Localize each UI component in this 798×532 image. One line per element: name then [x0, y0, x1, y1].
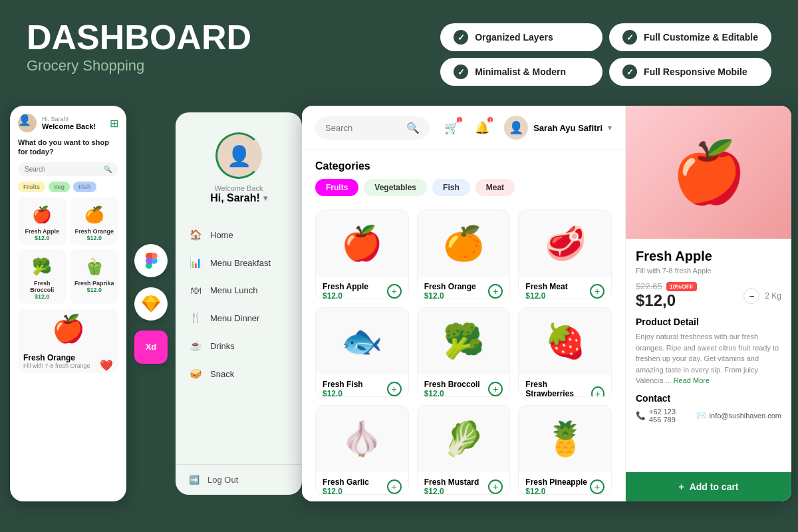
product-price: $12.0 — [22, 293, 63, 300]
email-icon: ✉️ — [696, 411, 706, 420]
add-to-cart-orange-button[interactable]: + — [488, 284, 503, 299]
product-name: Fresh Orange — [74, 228, 115, 235]
mobile-app-header: 👤 Hi, Sarah! Welcome Back! ⊞ — [10, 106, 126, 138]
nav-item-home[interactable]: 🏠 Home — [176, 221, 302, 249]
mobile-product-paprika[interactable]: 🫑 Fresh Paprika $12.0 — [70, 249, 119, 304]
badge-label: Full Responsive Mobile — [644, 66, 747, 77]
check-icon: ✓ — [622, 30, 637, 45]
product-detail-panel: 🍎 Fresh Apple Fill with 7-8 fresh Apple … — [625, 106, 791, 501]
nav-item-menu-lunch[interactable]: 🍽 Menu Lunch — [176, 277, 302, 304]
mobile-cat-fruits[interactable]: Fruits — [18, 182, 45, 192]
search-bar[interactable]: 🔍 — [315, 116, 430, 140]
cart-button[interactable]: 🛒 1 — [440, 116, 464, 140]
featured-product-image: 🍎 — [18, 309, 118, 349]
quantity-control: − 2 Kg — [743, 288, 781, 304]
header-branding: DASHBOARD Grocery Shopping — [27, 20, 251, 74]
add-to-cart-garlic-button[interactable]: + — [387, 479, 402, 494]
product-detail-body: Fresh Apple Fill with 7-8 fresh Apple $2… — [626, 239, 791, 472]
grid-icon[interactable]: ⊞ — [110, 117, 118, 130]
search-icon: 🔍 — [104, 166, 112, 173]
tool-icons-panel: Xd — [126, 106, 176, 501]
nav-item-label: Snack — [210, 369, 234, 379]
product-card-fish[interactable]: 🐟 Fresh Fish $12.0 + — [315, 307, 409, 397]
logout-button[interactable]: ➡️ Log Out — [176, 464, 302, 495]
tab-meat[interactable]: Meat — [475, 179, 515, 196]
add-to-cart-apple-button[interactable]: + — [387, 284, 402, 299]
product-card-pineapple[interactable]: 🍍 Fresh Pineapple $12.0 + — [518, 405, 612, 495]
product-info: Fresh Garlic $12.0 + — [316, 472, 408, 495]
product-name: Fresh Strawberries — [525, 380, 591, 397]
figma-icon — [134, 244, 168, 277]
user-menu-chevron-icon: ▾ — [608, 123, 612, 132]
product-card-broccoli[interactable]: 🥦 Fresh Broccoli $12.0 + — [417, 307, 511, 397]
badge-label: Minimalist & Modern — [475, 66, 566, 77]
mobile-product-apple[interactable]: 🍎 Fresh Apple $12.0 — [18, 198, 66, 245]
phone-icon: 📞 — [636, 411, 646, 420]
user-info[interactable]: 👤 Sarah Ayu Safitri ▾ — [504, 116, 612, 140]
mobile-cat-fish[interactable]: Fish — [73, 182, 96, 192]
product-info: Fresh Mustard $12.0 + — [418, 472, 510, 495]
product-name: Fresh Fish — [323, 380, 363, 389]
check-icon: ✓ — [454, 65, 468, 79]
product-price: $12.0 — [22, 235, 63, 241]
product-info: Fresh Strawberries $12.0 + — [519, 374, 611, 397]
product-image-apple: 🍎 — [316, 210, 408, 277]
product-price: $12.0 — [74, 235, 115, 241]
add-to-cart-pineapple-button[interactable]: + — [590, 479, 604, 494]
badge-label: Full Customize & Editable — [644, 32, 758, 43]
product-image-garlic: 🧄 — [316, 406, 408, 472]
profile-welcome-text: Welcome Back — [214, 184, 263, 192]
mobile-welcome-text: Hi, Sarah! Welcome Back! — [42, 116, 110, 130]
quantity-value: 2 Kg — [765, 291, 781, 301]
mobile-search-input[interactable] — [25, 166, 100, 173]
add-to-cart-button[interactable]: + Add to cart — [626, 472, 791, 501]
page-subtitle: Grocery Shopping — [27, 57, 251, 74]
add-to-cart-fish-button[interactable]: + — [387, 382, 402, 396]
product-info: Fresh Apple $12.0 + — [316, 277, 408, 299]
tab-fish[interactable]: Fish — [432, 179, 470, 196]
add-to-cart-meat-button[interactable]: + — [590, 284, 604, 299]
product-card-strawberries[interactable]: 🍓 Fresh Strawberries $12.0 + — [518, 307, 612, 397]
read-more-button[interactable]: Read More — [674, 376, 710, 384]
badge-responsive: ✓ Full Responsive Mobile — [609, 58, 771, 86]
mobile-product-broccoli[interactable]: 🥦 Fresh Broccoli $12.0 — [18, 249, 66, 304]
product-detail-section-title: Product Detail — [636, 317, 781, 327]
add-to-cart-strawberry-button[interactable]: + — [591, 386, 604, 397]
mobile-search-bar[interactable]: 🔍 — [18, 162, 118, 176]
contact-info: 📞 +62 123 456 789 ✉️ info@sushihaven.com — [636, 408, 781, 424]
search-input[interactable] — [325, 123, 401, 133]
nav-item-menu-dinner[interactable]: 🍴 Menu Dinner — [176, 304, 302, 332]
nav-item-drinks[interactable]: ☕ Drinks — [176, 332, 302, 360]
product-card-mustard[interactable]: 🥬 Fresh Mustard $12.0 + — [417, 405, 511, 495]
mobile-product-orange[interactable]: 🍊 Fresh Orange $12.0 — [70, 198, 119, 245]
add-to-cart-label: Add to cart — [690, 481, 739, 492]
product-image-mustard: 🥬 — [418, 406, 510, 472]
heart-icon[interactable]: ❤️ — [100, 359, 113, 372]
nav-item-menu-breakfast[interactable]: 📊 Menu Breakfast — [176, 249, 302, 277]
product-image: 🫑 — [78, 253, 111, 280]
mobile-category-tabs: Fruits Veg Fish — [10, 182, 126, 198]
nav-item-snack[interactable]: 🥪 Snack — [176, 360, 302, 388]
product-card-orange[interactable]: 🍊 Fresh Orange $12.0 + — [417, 209, 511, 299]
tab-fruits[interactable]: Fruits — [315, 179, 358, 196]
notification-button[interactable]: 🔔 1 — [470, 116, 494, 140]
product-image-meat: 🥩 — [519, 210, 611, 277]
product-name: Fresh Broccoli — [424, 380, 480, 389]
add-to-cart-mustard-button[interactable]: + — [488, 479, 503, 494]
add-to-cart-broccoli-button[interactable]: + — [488, 382, 503, 396]
badge-label: Organized Layers — [475, 32, 553, 43]
product-image-pineapple: 🍍 — [519, 406, 611, 472]
products-grid: 🍎 Fresh Apple $12.0 + 🍊 Fresh Orange — [302, 203, 625, 501]
nav-item-label: Drinks — [210, 341, 235, 351]
tab-vegetables[interactable]: Vegetables — [364, 179, 427, 196]
product-card-apple[interactable]: 🍎 Fresh Apple $12.0 + — [315, 209, 409, 299]
mobile-cat-vegetables[interactable]: Veg — [49, 182, 70, 192]
decrease-qty-button[interactable]: − — [743, 288, 759, 304]
category-tabs: Fruits Vegetables Fish Meat — [315, 179, 612, 196]
mobile-featured-product[interactable]: 🍎 Fresh Orange Fill with 7-8 fresh Orang… — [18, 309, 118, 373]
product-card-garlic[interactable]: 🧄 Fresh Garlic $12.0 + — [315, 405, 409, 495]
product-price: $12.0 — [525, 487, 587, 495]
product-info: Fresh Fish $12.0 + — [316, 374, 408, 397]
mobile-products-grid: 🍎 Fresh Apple $12.0 🍊 Fresh Orange $12.0… — [10, 198, 126, 309]
product-card-meat[interactable]: 🥩 Fresh Meat $12.0 + — [518, 209, 612, 299]
